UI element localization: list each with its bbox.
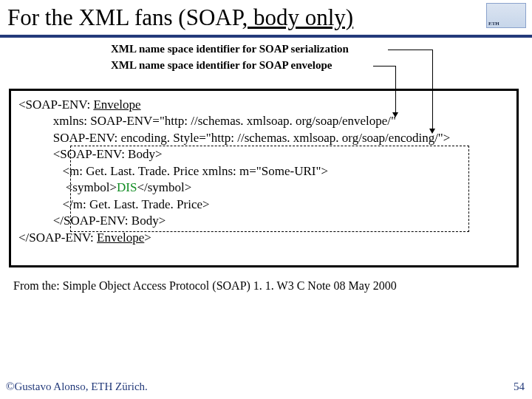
- arrow-serialization-h: [388, 50, 432, 50]
- title-divider: [0, 35, 532, 38]
- code-l9c: >: [144, 231, 151, 245]
- code-l8: </SOAP-ENV: Body>: [18, 214, 166, 228]
- source-citation: From the: Simple Object Access Protocol …: [13, 279, 397, 293]
- code-block: <SOAP-ENV: Envelope xmlns: SOAP-ENV="htt…: [18, 97, 509, 246]
- eth-logo: ETH: [486, 3, 526, 28]
- copyright: ©Gustavo Alonso, ETH Zürich.: [6, 381, 148, 393]
- code-l2: xmlns: SOAP-ENV="http: //schemas. xmlsoa…: [18, 114, 396, 128]
- code-l5: <m: Get. Last. Trade. Price xmlns: m="So…: [18, 164, 328, 178]
- label-serialization: XML name space identifier for SOAP seria…: [111, 43, 349, 55]
- page-number: 54: [514, 381, 525, 393]
- code-l4: <SOAP-ENV: Body>: [18, 147, 163, 161]
- code-l1b: Envelope: [93, 98, 140, 112]
- code-l1a: <SOAP-ENV:: [18, 98, 93, 112]
- code-l6a: <symbol>: [18, 180, 117, 194]
- eth-logo-text: ETH: [488, 21, 499, 27]
- code-box: <SOAP-ENV: Envelope xmlns: SOAP-ENV="htt…: [9, 89, 519, 267]
- arrow-envelope-h: [373, 66, 395, 66]
- code-l3: SOAP-ENV: encoding. Style="http: //schem…: [18, 131, 450, 145]
- code-l9b: Envelope: [97, 231, 144, 245]
- title-suffix-underline: , body only): [242, 4, 353, 30]
- code-l9a: </SOAP-ENV:: [18, 231, 97, 245]
- label-envelope: XML name space identifier for SOAP envel…: [111, 59, 332, 72]
- code-l6c: </symbol>: [137, 180, 191, 194]
- page-title: For the XML fans (SOAP, body only): [7, 4, 353, 31]
- code-l7: </m: Get. Last. Trade. Price>: [18, 197, 210, 211]
- code-l6b: DIS: [117, 180, 137, 194]
- title-prefix: For the XML fans (SOAP: [7, 4, 242, 30]
